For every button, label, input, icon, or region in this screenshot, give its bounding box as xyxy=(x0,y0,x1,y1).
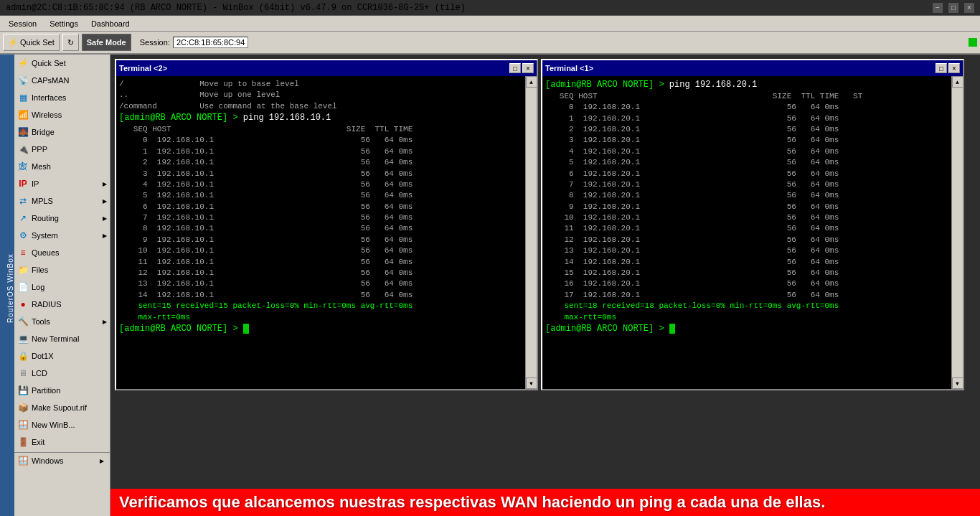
terminal-1-row-10: 10 192.168.20.1 56 64 0ms xyxy=(545,212,948,223)
sidebar-item-wireless[interactable]: 📶 Wireless xyxy=(0,106,110,123)
content-area: Terminal <2> □ × / Move up to base level… xyxy=(110,55,980,516)
terminal-1-prompt1-line: [admin@RB ARCO NORTE] > ping 192.168.20.… xyxy=(545,79,948,91)
menu-dashboard[interactable]: Dashboard xyxy=(85,18,136,29)
sidebar-item-mesh[interactable]: 🕸 Mesh xyxy=(0,158,110,175)
terminal-1-row-9: 9 192.168.20.1 56 64 0ms xyxy=(545,202,948,212)
terminal-1-cmd: ping 192.168.20.1 xyxy=(669,80,757,90)
terminal-2-title: Terminal <2> xyxy=(119,64,167,72)
quickset-button[interactable]: ⚡ Quick Set xyxy=(3,34,60,51)
terminal-1-row-12: 12 192.168.20.1 56 64 0ms xyxy=(545,235,948,245)
capsman-icon: 📡 xyxy=(17,75,29,86)
wireless-icon: 📶 xyxy=(17,109,29,121)
routeros-winbox-label: RouterOS WinBox xyxy=(0,55,14,516)
terminal-2-prompt2-line: [admin@RB ARCO NORTE] > xyxy=(119,323,522,335)
system-icon: ⚙ xyxy=(17,230,29,241)
sidebar-item-lcd[interactable]: 🖥 LCD xyxy=(0,365,110,382)
terminal-2-row-8: 8 192.168.10.1 56 64 0ms xyxy=(119,223,522,234)
sidebar-item-interfaces[interactable]: ▦ Interfaces xyxy=(0,89,110,106)
exit-icon: 🚪 xyxy=(17,436,29,448)
sidebar-item-log[interactable]: 📄 Log xyxy=(0,278,110,296)
terminal-1-window: Terminal <1> □ × [admin@RB ARCO NORTE] >… xyxy=(541,59,964,390)
close-button[interactable]: × xyxy=(964,3,974,13)
sidebar-item-new-terminal[interactable]: 💻 New Terminal xyxy=(0,330,110,347)
sidebar-item-dot1x[interactable]: 🔒 Dot1X xyxy=(0,347,110,365)
terminal-2-row-2: 2 192.168.10.1 56 64 0ms xyxy=(119,157,522,168)
terminal-2-row-13: 13 192.168.10.1 56 64 0ms xyxy=(119,278,522,289)
sidebar-item-queues[interactable]: ≡ Queues xyxy=(0,244,110,261)
terminal-2-row-5: 5 192.168.10.1 56 64 0ms xyxy=(119,190,522,201)
terminal-2-maximize-button[interactable]: □ xyxy=(509,63,521,73)
terminal-1-row-7: 7 192.168.20.1 56 64 0ms xyxy=(545,179,948,190)
routing-icon: ↗ xyxy=(17,212,29,224)
terminal-2-row-12: 12 192.168.10.1 56 64 0ms xyxy=(119,268,522,278)
sidebar-item-ip[interactable]: IP IP xyxy=(0,175,110,192)
terminal-2-prompt2: [admin@RB ARCO NORTE] > xyxy=(119,324,243,334)
terminal-2-help1: / Move up to base level xyxy=(119,79,522,90)
terminal-1-scroll-up[interactable]: ▲ xyxy=(952,76,963,88)
sidebar-item-quickset[interactable]: ⚡ Quick Set xyxy=(0,55,110,72)
terminal-1-row-16: 16 192.168.20.1 56 64 0ms xyxy=(545,278,948,289)
sidebar-item-partition[interactable]: 💾 Partition xyxy=(0,382,110,399)
sidebar-item-routing[interactable]: ↗ Routing xyxy=(0,210,110,227)
sidebar-item-exit[interactable]: 🚪 Exit xyxy=(0,433,110,451)
sidebar-item-files[interactable]: 📁 Files xyxy=(0,261,110,278)
terminal-1-summary: sent=18 received=18 packet-loss=0% min-r… xyxy=(545,301,948,311)
sidebar-item-radius[interactable]: ● RADIUS xyxy=(0,296,110,313)
sidebar-item-windows[interactable]: 🪟 Windows xyxy=(0,453,110,469)
terminal-2-row-9: 9 192.168.10.1 56 64 0ms xyxy=(119,235,522,245)
terminal-1-title: Terminal <1> xyxy=(545,64,593,72)
terminal-1-row-5: 5 192.168.20.1 56 64 0ms xyxy=(545,157,948,168)
terminal-1-row-6: 6 192.168.20.1 56 64 0ms xyxy=(545,169,948,179)
sidebar-item-make-supout[interactable]: 📦 Make Supout.rif xyxy=(0,399,110,416)
terminal-1-titlebar: Terminal <1> □ × xyxy=(542,60,963,76)
terminal-1-row-11: 11 192.168.20.1 56 64 0ms xyxy=(545,223,948,234)
sidebar-item-mpls[interactable]: ⇄ MPLS xyxy=(0,192,110,210)
sidebar-item-system[interactable]: ⚙ System xyxy=(0,227,110,244)
queues-icon: ≡ xyxy=(17,247,29,258)
toolbar: ⚡ Quick Set ↻ Safe Mode Session: 2C:C8:1… xyxy=(0,32,980,55)
terminal-2-body[interactable]: / Move up to base level .. Move up one l… xyxy=(116,76,525,389)
terminal-2-row-14: 14 192.168.10.1 56 64 0ms xyxy=(119,290,522,301)
safe-mode-button[interactable]: Safe Mode xyxy=(82,34,131,51)
terminal-2-controls: □ × xyxy=(509,63,534,73)
terminal-2-summary: sent=15 received=15 packet-loss=0% min-r… xyxy=(119,301,522,311)
menu-settings[interactable]: Settings xyxy=(44,18,84,29)
terminal-2-window: Terminal <2> □ × / Move up to base level… xyxy=(115,59,538,390)
terminal-2-scrollbar[interactable]: ▲ ▼ xyxy=(525,76,537,389)
title-bar: admin@2C:C8:1B:65:8C:94 (RB ARCO NORTE) … xyxy=(0,0,980,16)
terminal-2-row-0: 0 192.168.10.1 56 64 0ms xyxy=(119,135,522,146)
terminal-1-close-button[interactable]: × xyxy=(948,63,960,73)
terminal-2-prompt1: [admin@RB ARCO NORTE] > xyxy=(119,113,243,123)
terminal-2-titlebar: Terminal <2> □ × xyxy=(116,60,537,76)
terminal-1-row-17: 17 192.168.20.1 56 64 0ms xyxy=(545,290,948,301)
sidebar-item-new-winbox[interactable]: 🪟 New WinB... xyxy=(0,416,110,433)
sidebar-item-capsman[interactable]: 📡 CAPsMAN xyxy=(0,72,110,89)
session-label: Session: xyxy=(140,38,170,47)
terminal-1-scrollbar[interactable]: ▲ ▼ xyxy=(951,76,963,389)
make-supout-icon: 📦 xyxy=(17,402,29,413)
annotation-text: Verificamos que alcancemos nuestras resp… xyxy=(119,493,825,511)
minimize-button[interactable]: − xyxy=(933,3,943,13)
terminal-2-close-button[interactable]: × xyxy=(522,63,534,73)
sidebar-item-ppp[interactable]: 🔌 PPP xyxy=(0,141,110,158)
quickset-icon: ⚡ xyxy=(8,38,18,47)
radius-icon: ● xyxy=(17,299,29,310)
session-value: 2C:C8:1B:65:8C:94 xyxy=(173,37,248,48)
terminal-2-scroll-down[interactable]: ▼ xyxy=(526,377,537,389)
terminal-1-scroll-down[interactable]: ▼ xyxy=(952,377,963,389)
title-text: admin@2C:C8:1B:65:8C:94 (RB ARCO NORTE) … xyxy=(6,3,466,13)
maximize-button[interactable]: □ xyxy=(948,3,958,13)
terminal-1-prompt1: [admin@RB ARCO NORTE] > xyxy=(545,80,669,90)
menu-bar: Session Settings Dashboard xyxy=(0,16,980,32)
sidebar-item-tools[interactable]: 🔨 Tools xyxy=(0,313,110,330)
bridge-icon: 🌉 xyxy=(17,126,29,138)
terminal-1-body[interactable]: [admin@RB ARCO NORTE] > ping 192.168.20.… xyxy=(542,76,951,389)
terminal-1-row-14: 14 192.168.20.1 56 64 0ms xyxy=(545,257,948,268)
terminal-2-scroll-up[interactable]: ▲ xyxy=(526,76,537,88)
sidebar-item-bridge[interactable]: 🌉 Bridge xyxy=(0,123,110,141)
menu-session[interactable]: Session xyxy=(3,18,42,29)
terminal-1-maximize-button[interactable]: □ xyxy=(936,63,947,73)
windows-icon: 🪟 xyxy=(17,455,29,466)
refresh-button[interactable]: ↻ xyxy=(62,34,79,51)
tools-icon: 🔨 xyxy=(17,316,29,327)
